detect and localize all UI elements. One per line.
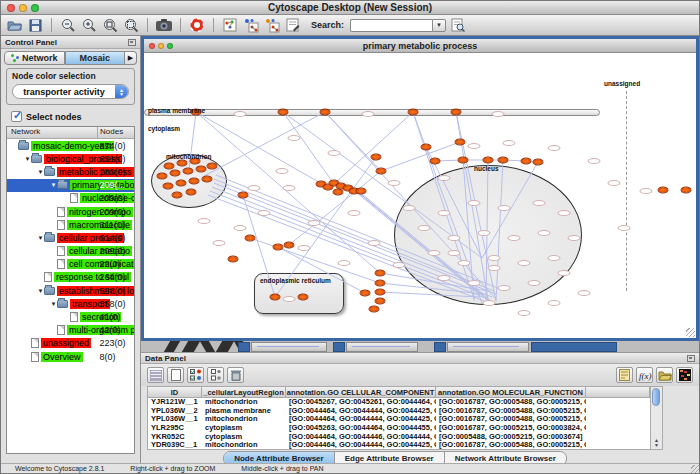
network-node[interactable]: [273, 244, 284, 251]
network-view-titlebar[interactable]: primary metabolic process: [144, 39, 696, 53]
network-edge[interactable]: [278, 247, 365, 293]
zoom-fit-icon[interactable]: [101, 17, 119, 34]
tab-mosaic[interactable]: Mosaic: [65, 51, 126, 65]
background-window-icon[interactable]: [434, 342, 446, 352]
network-edge[interactable]: [334, 112, 413, 184]
network-tree-row[interactable]: nucleobase-c209(0): [7, 192, 134, 205]
attribute-list-icon[interactable]: [147, 367, 164, 383]
zoom-in-icon[interactable]: [80, 17, 98, 34]
open-file-icon[interactable]: [5, 17, 23, 34]
network-node[interactable]: [369, 306, 380, 313]
select-attributes-icon[interactable]: [187, 367, 204, 383]
network-tree-row[interactable]: ▼establishment of lo558(0): [7, 284, 134, 297]
network-node[interactable]: [202, 176, 213, 183]
network-node[interactable]: [681, 187, 692, 194]
network-node[interactable]: [430, 158, 441, 165]
network-edge[interactable]: [283, 112, 334, 184]
network-node[interactable]: [375, 280, 386, 287]
network-tree-row[interactable]: ▼metabolic process280(0): [7, 165, 134, 178]
network-tree-row[interactable]: ▼biological_process651(0): [7, 152, 134, 165]
network-tree-row[interactable]: response to stimul264(0): [7, 271, 134, 284]
network-tree-row[interactable]: mosaic-demo-yeast874(0): [7, 139, 134, 152]
network-edge[interactable]: [482, 162, 538, 258]
tree-expander-icon[interactable]: ▼: [37, 235, 44, 241]
network-node[interactable]: [375, 289, 386, 296]
function-builder-icon[interactable]: f(x): [636, 367, 653, 383]
network-node[interactable]: [189, 178, 200, 185]
vizmapper-icon[interactable]: [221, 17, 239, 34]
network-node[interactable]: [284, 242, 295, 249]
background-window-icon[interactable]: [238, 342, 250, 352]
network-node[interactable]: [408, 109, 419, 116]
table-column-header[interactable]: [586, 387, 650, 397]
import-attributes-icon[interactable]: [656, 367, 673, 383]
network-node[interactable]: [533, 159, 544, 166]
network-tree-row[interactable]: multi-organism pro42(0): [7, 324, 134, 337]
table-column-header[interactable]: annotation.GO CELLULAR_COMPONENT: [286, 387, 436, 397]
network-node[interactable]: [375, 298, 386, 305]
table-row[interactable]: YJR121W__1mitochondrion[GO:0045267, GO:0…: [148, 398, 650, 407]
enhanced-search-icon[interactable]: [449, 17, 467, 34]
delete-attribute-icon[interactable]: [227, 367, 244, 383]
network-edge[interactable]: [212, 187, 492, 297]
network-node[interactable]: [498, 157, 509, 164]
tree-column-network[interactable]: Network: [7, 127, 98, 138]
network-node[interactable]: [270, 294, 281, 301]
network-node[interactable]: [183, 168, 194, 175]
network-node[interactable]: [298, 294, 309, 301]
network-node[interactable]: [451, 109, 462, 116]
table-row[interactable]: YPL036W__1mitochondrion[GO:0044464, GO:0…: [148, 415, 650, 424]
table-column-header[interactable]: ID: [148, 387, 202, 397]
background-window-3[interactable]: [447, 342, 529, 352]
network-node[interactable]: [320, 109, 331, 116]
network-node[interactable]: [163, 183, 174, 190]
background-window-2[interactable]: [346, 342, 418, 352]
table-row[interactable]: YLR295Ccytoplasm[GO:0045263, GO:0044464,…: [148, 424, 650, 433]
network-node[interactable]: [483, 157, 494, 164]
tree-expander-icon[interactable]: ▼: [50, 182, 57, 188]
background-window-1[interactable]: [251, 342, 327, 352]
node-color-combo[interactable]: transporter activity ▲▼: [12, 84, 129, 99]
network-tree-row[interactable]: cell communicat22(0): [7, 258, 134, 271]
layout-edges-icon[interactable]: [263, 17, 281, 34]
network-tree-row[interactable]: Overview8(0): [7, 350, 134, 363]
network-node[interactable]: [186, 189, 197, 196]
network-node[interactable]: [360, 290, 371, 297]
select-nodes-checkbox[interactable]: [11, 111, 22, 122]
network-node[interactable]: [172, 192, 183, 199]
table-scrollbar[interactable]: ▲▼: [651, 386, 663, 450]
network-node[interactable]: [207, 163, 218, 170]
save-icon[interactable]: [26, 17, 44, 34]
search-dropdown-icon[interactable]: ▼: [432, 19, 446, 32]
network-edge[interactable]: [380, 292, 480, 297]
tree-column-nodes[interactable]: Nodes: [98, 127, 134, 138]
network-node[interactable]: [196, 166, 207, 173]
network-node[interactable]: [421, 144, 432, 151]
table-row[interactable]: YKR052Ccytoplasm[GO:0044464, GO:0044446,…: [148, 433, 650, 442]
network-node[interactable]: [177, 160, 188, 167]
network-node[interactable]: [170, 170, 181, 177]
search-input[interactable]: [350, 19, 432, 32]
zoom-selected-icon[interactable]: [122, 17, 140, 34]
annotation-icon[interactable]: [284, 17, 302, 34]
table-column-header[interactable]: annotation.GO MOLECULAR_FUNCTION: [436, 387, 586, 397]
network-edge[interactable]: [204, 112, 325, 176]
unselect-attributes-icon[interactable]: [207, 367, 224, 383]
network-node[interactable]: [228, 256, 239, 263]
network-canvas[interactable]: plasma membranecytoplasmmitochondrionnuc…: [144, 53, 696, 338]
tab-network[interactable]: Network: [4, 51, 65, 65]
network-tree-row[interactable]: ▼transport558(0): [7, 297, 134, 310]
background-window-icon[interactable]: [333, 342, 345, 352]
network-node[interactable]: [356, 188, 367, 195]
network-tree-row[interactable]: secretion41(0): [7, 310, 134, 323]
network-node[interactable]: [157, 173, 168, 180]
zoom-out-icon[interactable]: [59, 17, 77, 34]
network-edge[interactable]: [496, 160, 503, 301]
network-node[interactable]: [176, 180, 187, 187]
network-tree-row[interactable]: macromolecule311(0): [7, 218, 134, 231]
help-icon[interactable]: [188, 17, 206, 34]
window-resize-grip[interactable]: [691, 465, 699, 473]
network-node[interactable]: [278, 109, 289, 116]
network-tree-row[interactable]: cellular metabo209(0): [7, 245, 134, 258]
matrix-icon[interactable]: [676, 367, 693, 383]
